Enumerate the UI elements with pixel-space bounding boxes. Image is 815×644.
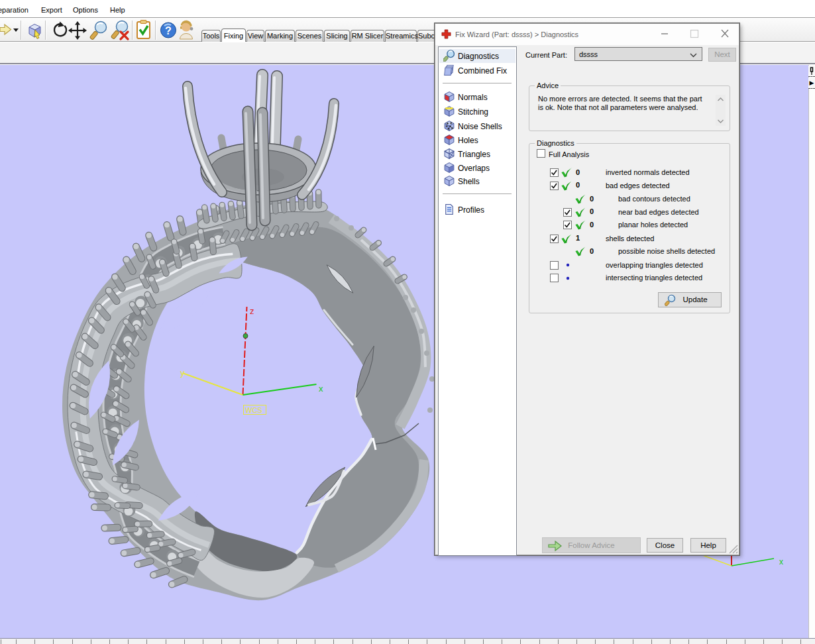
- svg-text:x: x: [779, 557, 783, 566]
- svg-text:WCS: WCS: [245, 406, 262, 414]
- svg-text:x: x: [319, 384, 323, 394]
- svg-text:y: y: [180, 368, 185, 378]
- svg-text:z: z: [250, 306, 254, 316]
